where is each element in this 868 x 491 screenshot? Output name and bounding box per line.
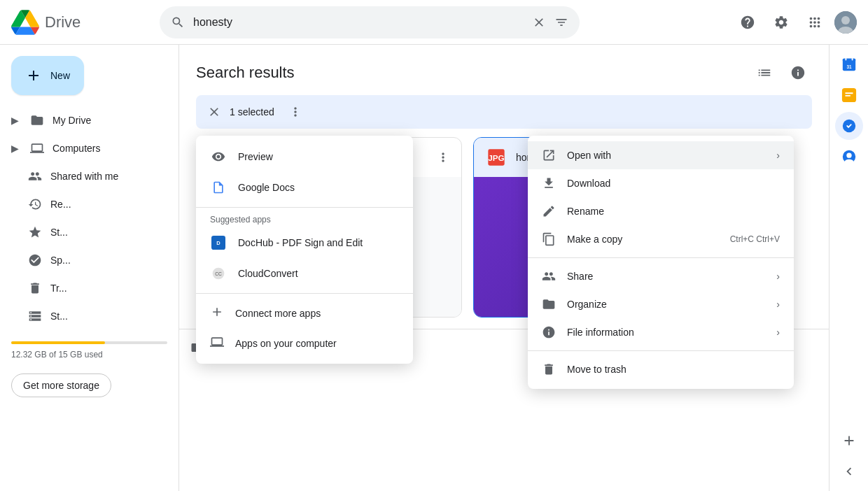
copy-label: Make a copy	[567, 234, 622, 245]
organize-icon	[542, 297, 556, 311]
add-app-button[interactable]	[835, 427, 863, 455]
connect-more-apps-item[interactable]: Connect more apps	[196, 298, 413, 328]
sidebar-item-shared[interactable]: Shared with me	[0, 162, 173, 190]
spam-icon	[28, 253, 42, 267]
tasks-app-button[interactable]	[835, 112, 863, 140]
open-with-arrow-icon: ›	[776, 150, 780, 161]
computer-apps-label: Apps on your computer	[235, 338, 337, 349]
google-docs-icon	[210, 179, 227, 196]
file-info-label: File information	[567, 327, 634, 338]
suggested-apps-label: Suggested apps	[196, 212, 413, 227]
share-label: Share	[567, 271, 593, 282]
storage-area: 12.32 GB of 15 GB used	[0, 330, 178, 371]
new-button[interactable]: New	[11, 56, 84, 95]
svg-rect-12	[851, 58, 853, 61]
sidebar-item-trash[interactable]: Tr...	[0, 274, 173, 302]
context-menu: Open with › Download Rename	[528, 136, 794, 389]
collapse-panel-button[interactable]	[835, 457, 863, 485]
apps-button[interactable]	[801, 8, 829, 36]
storage-icon	[28, 309, 42, 323]
search-input[interactable]	[193, 16, 524, 29]
download-icon	[542, 176, 556, 190]
spam-label: Sp...	[50, 255, 71, 266]
shared-icon	[28, 169, 42, 183]
sidebar-item-storage[interactable]: St...	[0, 302, 173, 330]
svg-rect-10	[842, 59, 855, 62]
svg-text:31: 31	[846, 64, 852, 69]
starred-icon	[28, 225, 42, 239]
organize-label: Organize	[567, 299, 607, 310]
menu-divider-2	[196, 293, 413, 294]
avatar[interactable]	[834, 11, 857, 34]
open-with-item[interactable]: Open with ›	[528, 141, 794, 169]
google-docs-menu-item[interactable]: Google Docs	[196, 172, 413, 203]
dochub-label: DocHub - PDF Sign and Edit	[238, 237, 363, 248]
open-with-label: Open with	[567, 150, 611, 161]
sidebar-item-starred[interactable]: St...	[0, 218, 173, 246]
dochub-menu-item[interactable]: D DocHub - PDF Sign and Edit	[196, 227, 413, 258]
svg-rect-11	[845, 58, 846, 61]
svg-point-18	[844, 159, 853, 164]
preview-menu-item[interactable]: Preview	[196, 141, 413, 172]
share-item[interactable]: Share ›	[528, 262, 794, 290]
computer-apps-item[interactable]: Apps on your computer	[196, 328, 413, 358]
svg-point-1	[841, 16, 850, 24]
share-icon	[542, 269, 556, 283]
computers-label: Computers	[52, 143, 100, 154]
file-info-item[interactable]: File information ›	[528, 318, 794, 346]
my-drive-icon	[30, 113, 44, 127]
logo-text: Drive	[45, 13, 80, 31]
preview-icon	[210, 148, 227, 165]
svg-point-17	[846, 153, 851, 158]
context-divider-1	[528, 257, 794, 258]
search-bar	[160, 6, 580, 38]
google-docs-label: Google Docs	[238, 182, 295, 193]
computers-icon	[30, 141, 44, 155]
download-item[interactable]: Download	[528, 169, 794, 197]
rename-icon	[542, 204, 556, 218]
header: Drive	[0, 0, 868, 45]
starred-label: St...	[50, 227, 68, 238]
menu-divider-1	[196, 207, 413, 208]
cloudconvert-icon: CC	[210, 265, 227, 282]
organize-arrow-icon: ›	[776, 299, 780, 310]
shared-label: Shared with me	[50, 171, 118, 182]
help-button[interactable]	[734, 8, 762, 36]
chevron-right-icon-2: ▶	[11, 143, 19, 154]
copy-item[interactable]: Make a copy Ctrl+C Ctrl+V	[528, 225, 794, 253]
rename-item[interactable]: Rename	[528, 197, 794, 225]
laptop-icon	[210, 335, 224, 351]
logo-area: Drive	[11, 8, 151, 36]
content-area: Search results 1 selected	[179, 45, 829, 491]
cloudconvert-menu-item[interactable]: CC CloudConvert	[196, 258, 413, 289]
calendar-app-button[interactable]: 31	[835, 50, 863, 78]
settings-button[interactable]	[767, 8, 795, 36]
sidebar-item-computers[interactable]: ▶ Computers	[0, 134, 173, 162]
storage-text: 12.32 GB of 15 GB used	[11, 350, 167, 360]
chevron-right-icon: ▶	[11, 115, 19, 126]
search-filter-icon[interactable]	[554, 15, 568, 29]
right-panel: 31	[829, 45, 868, 491]
copy-shortcut: Ctrl+C Ctrl+V	[730, 234, 780, 244]
clear-search-icon[interactable]	[532, 15, 546, 29]
sidebar-item-spam[interactable]: Sp...	[0, 246, 173, 274]
new-label: New	[50, 70, 70, 81]
connect-apps-label: Connect more apps	[235, 308, 321, 319]
chat-app-button[interactable]	[835, 81, 863, 109]
trash-item[interactable]: Move to trash	[528, 355, 794, 383]
sidebar-item-recent[interactable]: Re...	[0, 190, 173, 218]
header-right	[734, 8, 857, 36]
organize-item[interactable]: Organize ›	[528, 290, 794, 318]
move-to-trash-icon	[542, 362, 556, 376]
context-overlay: Preview Google Docs Suggested apps D Doc…	[179, 45, 829, 491]
preview-label: Preview	[238, 151, 273, 162]
sidebar-item-my-drive[interactable]: ▶ My Drive	[0, 106, 173, 134]
dochub-icon: D	[210, 234, 227, 251]
trash-label: Move to trash	[567, 364, 626, 375]
storage-bar	[11, 341, 167, 344]
copy-icon	[542, 232, 556, 246]
search-icon	[171, 15, 185, 29]
contacts-app-button[interactable]	[835, 143, 863, 171]
file-info-icon	[542, 325, 556, 339]
get-storage-button[interactable]: Get more storage	[11, 373, 111, 397]
